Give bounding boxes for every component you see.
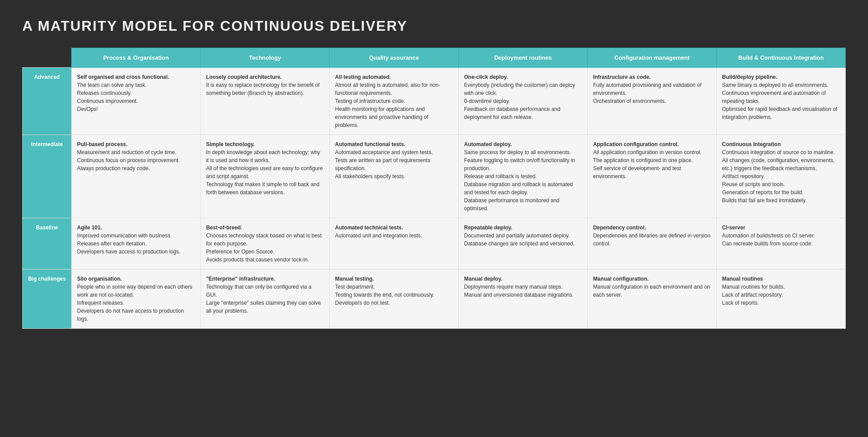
level-cell-advanced: Advanced xyxy=(23,68,72,135)
cell-build-3: Manual routinesManual routines for build… xyxy=(717,270,846,329)
cell-process-0: Self organised and cross functional.The … xyxy=(72,68,201,135)
cell-configuration-0: Infrastructure as code.Fully automated p… xyxy=(587,68,717,135)
cell-technology-2: Best-of-breed.Chooses technology stack b… xyxy=(200,218,330,270)
page-title: A MATURITY MODEL FOR CONTINUOUS DELIVERY xyxy=(22,18,846,34)
maturity-table: Process & Organisation Technology Qualit… xyxy=(22,48,846,329)
cell-quality-1: Automated functional tests.Automated acc… xyxy=(330,135,459,218)
header-row: Process & Organisation Technology Qualit… xyxy=(23,48,846,68)
table-row: Big challengesSilo organisation.People w… xyxy=(23,270,846,329)
cell-quality-2: Automated technical tests.Automated unit… xyxy=(330,218,459,270)
col-header-technology: Technology xyxy=(200,48,330,68)
cell-configuration-2: Dependency control.Dependencies and libr… xyxy=(587,218,717,270)
cell-process-2: Agile 101.Improved communication with bu… xyxy=(72,218,201,270)
col-header-build: Build & Continuous Integration xyxy=(717,48,846,68)
level-cell-intermediate: Intermediate xyxy=(23,135,72,218)
cell-technology-0: Loosely coupled architecture.It is easy … xyxy=(200,68,330,135)
cell-build-1: Continuous IntegrationContinuous integra… xyxy=(717,135,846,218)
cell-process-1: Pull-based process.Measurement and reduc… xyxy=(72,135,201,218)
table-row: IntermediatePull-based process.Measureme… xyxy=(23,135,846,218)
cell-configuration-1: Application configuration control.All ap… xyxy=(587,135,717,218)
cell-quality-0: All testing automated.Almost all testing… xyxy=(330,68,459,135)
cell-quality-3: Manual testing.Test department.Testing t… xyxy=(330,270,459,329)
table-row: BaselineAgile 101.Improved communication… xyxy=(23,218,846,270)
corner-header xyxy=(23,48,72,68)
cell-technology-3: "Enterprise" infrastructure.Technology t… xyxy=(200,270,330,329)
cell-deployment-2: Repeatable deploy.Documented and partial… xyxy=(458,218,587,270)
level-cell-big-challenges: Big challenges xyxy=(23,270,72,329)
cell-deployment-1: Automated deploy.Same process for deploy… xyxy=(458,135,587,218)
cell-technology-1: Simple technology.In depth knowledge abo… xyxy=(200,135,330,218)
cell-build-0: Build/deploy pipeline.Same binary is dep… xyxy=(717,68,846,135)
cell-deployment-0: One-click deploy.Everybody (including th… xyxy=(458,68,587,135)
level-cell-baseline: Baseline xyxy=(23,218,72,270)
cell-configuration-3: Manual configuration.Manual configuratio… xyxy=(587,270,717,329)
col-header-deployment: Deployment routines xyxy=(458,48,587,68)
cell-build-2: CI-serverAutomation of builds/tests on C… xyxy=(717,218,846,270)
table-row: AdvancedSelf organised and cross functio… xyxy=(23,68,846,135)
cell-process-3: Silo organisation.People who in some way… xyxy=(72,270,201,329)
col-header-quality: Quality assurance xyxy=(330,48,459,68)
col-header-process: Process & Organisation xyxy=(72,48,201,68)
col-header-configuration: Configuration management xyxy=(587,48,717,68)
cell-deployment-3: Manual deploy.Deployments require many m… xyxy=(458,270,587,329)
